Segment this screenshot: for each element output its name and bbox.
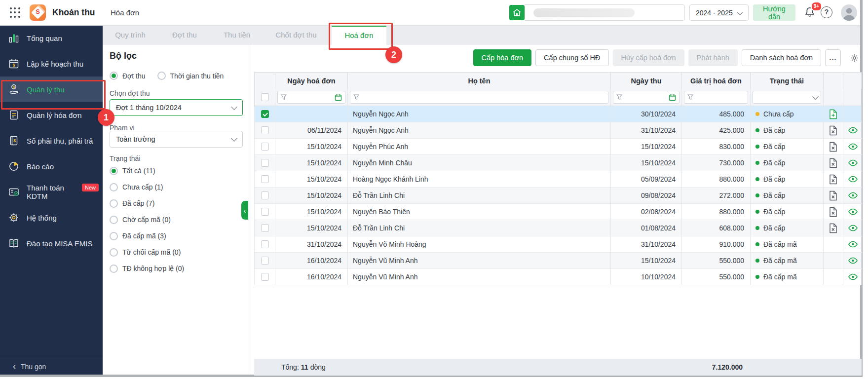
tab-dot-thu[interactable]: Đợt thu: [172, 25, 197, 45]
table-row[interactable]: Nguyễn Ngọc Anh30/10/2024485.000Chưa cấp: [254, 106, 862, 122]
status-radio-tu-choi-cap-ma[interactable]: Từ chối cấp mã (0): [110, 247, 181, 258]
table-row[interactable]: 15/10/2024Nguyễn Bảo Thiên02/08/2024880.…: [254, 204, 862, 220]
col-header-status[interactable]: Trạng thái: [751, 73, 824, 89]
radio-icon: [110, 265, 118, 273]
table-row[interactable]: 15/10/2024Nguyễn Minh Châu15/10/2024730.…: [254, 155, 862, 171]
school-year-select[interactable]: 2024 - 2025: [689, 4, 749, 21]
sidebar-item-thanh-toan-kdtm[interactable]: Thanh toán KDTMNew: [0, 179, 103, 205]
row-checkbox[interactable]: [261, 191, 269, 199]
status-radio-cho-cap-ma[interactable]: Chờ cấp mã (0): [110, 214, 171, 225]
row-checkbox[interactable]: [261, 159, 269, 167]
sidebar-item-quan-ly-hoa-don[interactable]: Quản lý hóa đơn: [0, 102, 103, 128]
cell-invoice-date: 16/10/2024: [275, 253, 348, 269]
table-row[interactable]: 15/10/2024Hoàng Ngọc Khánh Linh05/09/202…: [254, 171, 862, 188]
sidebar-collapse-button[interactable]: ‹ Thu gọn: [0, 358, 103, 375]
tab-thu-tien[interactable]: Thu tiền: [224, 25, 250, 45]
view-invoice-eye-icon[interactable]: [848, 192, 858, 199]
add-invoice-icon[interactable]: [829, 109, 838, 119]
cell-amount: 730.000: [682, 155, 751, 171]
row-checkbox[interactable]: [261, 208, 269, 216]
batch-select[interactable]: Đợt 1 tháng 10/2024: [110, 99, 243, 116]
view-invoice-eye-icon[interactable]: [848, 176, 858, 183]
amount-filter-input[interactable]: [684, 91, 748, 104]
sidebar-item-quan-ly-thu[interactable]: $Quản lý thu: [0, 76, 103, 102]
table-row[interactable]: 16/10/2024Nguyễn Vũ Minh Anh10/10/202455…: [254, 269, 862, 285]
guide-button[interactable]: Hướng dẫn: [753, 4, 795, 21]
name-filter-input[interactable]: [350, 91, 608, 104]
col-header-amount[interactable]: Giá trị hoá đơn: [682, 73, 751, 89]
table-row[interactable]: 15/10/2024Nguyễn Phúc Anh15/10/2024830.0…: [254, 139, 862, 155]
collect-date-filter-input[interactable]: [613, 91, 679, 104]
tab-chot-dot-thu[interactable]: Chốt đợt thu: [275, 25, 316, 45]
phat-hanh-button[interactable]: Phát hành: [688, 49, 738, 66]
row-checkbox[interactable]: [261, 224, 269, 232]
cell-invoice-date: 06/11/2024: [275, 122, 348, 139]
cancel-invoice-icon[interactable]: [829, 125, 838, 136]
status-radio-td-khong-hop-le[interactable]: TĐ không hợp lệ (0): [110, 263, 184, 274]
calendar-icon[interactable]: [335, 94, 342, 101]
cancel-invoice-icon[interactable]: [829, 190, 838, 201]
status-radio-chua-cap[interactable]: Chưa cấp (1): [110, 182, 163, 192]
cancel-invoice-icon[interactable]: [829, 207, 838, 217]
view-invoice-eye-icon[interactable]: [848, 143, 858, 150]
help-icon[interactable]: ?: [821, 6, 832, 18]
row-checkbox[interactable]: [261, 126, 269, 134]
view-invoice-eye-icon[interactable]: [848, 241, 858, 248]
cap-chung-so-hd-button[interactable]: Cấp chung số HĐ: [535, 49, 608, 66]
sidebar-item-bao-cao[interactable]: Báo cáo: [0, 153, 103, 179]
user-avatar[interactable]: [841, 4, 857, 21]
tab-quy-trinh[interactable]: Quy trình: [115, 25, 146, 45]
cancel-invoice-icon[interactable]: [829, 223, 838, 233]
view-invoice-eye-icon[interactable]: [848, 273, 858, 280]
tab-hoa-don[interactable]: Hoá đơn: [332, 25, 386, 45]
sidebar-item-he-thong[interactable]: Hệ thống: [0, 205, 103, 230]
col-header-invoice-date[interactable]: Ngày hoá đơn: [275, 73, 348, 89]
status-radio-da-cap-ma[interactable]: Đã cấp mã (3): [110, 230, 166, 241]
col-header-name[interactable]: Họ tên: [348, 73, 611, 89]
app-grid-icon[interactable]: [10, 7, 21, 18]
col-header-collect-date[interactable]: Ngày thu: [611, 73, 682, 89]
cancel-invoice-icon[interactable]: [829, 142, 838, 152]
view-invoice-eye-icon[interactable]: [848, 257, 858, 264]
cap-hoa-don-button[interactable]: Cấp hóa đơn: [473, 49, 532, 66]
table-row[interactable]: 31/10/2024Nguyễn Võ Minh Hoàng31/10/2024…: [254, 236, 862, 253]
filter-mode-radio-dot-thu[interactable]: Đợt thu: [110, 72, 146, 80]
table-row[interactable]: 06/11/2024Nguyễn Ngọc Anh31/10/2024425.0…: [254, 122, 862, 139]
status-filter-select[interactable]: [753, 91, 821, 104]
table-row[interactable]: 15/10/2024Đỗ Trần Linh Chi09/08/2024272.…: [254, 188, 862, 204]
table-settings-gear-icon[interactable]: [847, 49, 862, 66]
school-search-input[interactable]: [525, 4, 685, 21]
danh-sach-hoa-don-button[interactable]: Danh sách hoá đơn: [742, 49, 821, 66]
view-invoice-eye-icon[interactable]: [848, 159, 858, 166]
row-checkbox[interactable]: [261, 273, 269, 281]
filter-mode-radio-thoi-gian-thu-tien[interactable]: Thời gian thu tiền: [157, 72, 224, 80]
scope-select[interactable]: Toàn trường: [110, 131, 243, 148]
row-checkbox[interactable]: [261, 257, 269, 265]
home-icon[interactable]: [509, 5, 525, 20]
table-row[interactable]: 15/10/2024Đỗ Trần Linh Chi01/08/2024608.…: [254, 220, 862, 236]
cancel-invoice-icon[interactable]: [829, 158, 838, 168]
view-invoice-eye-icon[interactable]: [848, 127, 858, 134]
calendar-icon[interactable]: [669, 94, 676, 101]
huy-cap-hoa-don-button[interactable]: Hủy cấp hoá đơn: [613, 49, 684, 66]
view-invoice-eye-icon[interactable]: [848, 208, 858, 215]
sidebar-item-tong-quan[interactable]: Tổng quan: [0, 25, 103, 51]
row-checkbox[interactable]: [261, 110, 269, 118]
sidebar-item-lap-ke-hoach-thu[interactable]: $Lập kế hoạch thu: [0, 51, 103, 76]
view-invoice-eye-icon[interactable]: [848, 225, 858, 231]
sidebar-item-so-phai-thu-phai-tra[interactable]: $Số phải thu, phải trả: [0, 128, 103, 153]
collapse-filter-handle[interactable]: ‹: [241, 201, 248, 220]
sidebar-item-label: Số phải thu, phải trả: [27, 137, 93, 145]
row-checkbox[interactable]: [261, 143, 269, 151]
sidebar-item-label: Báo cáo: [27, 162, 54, 171]
row-checkbox[interactable]: [261, 175, 269, 183]
table-row[interactable]: 16/10/2024Nguyễn Vũ Minh Anh15/10/202455…: [254, 253, 862, 269]
status-radio-tat-ca[interactable]: Tất cả (11): [110, 165, 155, 176]
row-checkbox[interactable]: [261, 240, 269, 248]
cancel-invoice-icon[interactable]: [829, 174, 838, 185]
status-radio-da-cap[interactable]: Đã cấp (7): [110, 198, 154, 209]
sidebar-item-dao-tao-misa-emis[interactable]: Đào tạo MISA EMIS: [0, 230, 103, 256]
select-all-checkbox[interactable]: [261, 93, 269, 101]
invoice-date-filter-input[interactable]: [277, 91, 345, 104]
more-actions-button[interactable]: ...: [825, 49, 841, 66]
